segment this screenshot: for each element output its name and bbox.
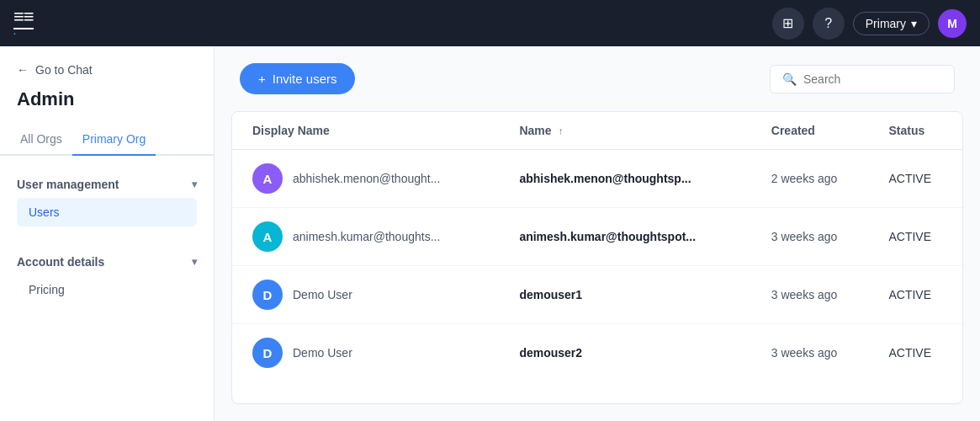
logo-lines: ≡≡ bbox=[13, 8, 34, 29]
user-cell: D Demo User bbox=[252, 338, 489, 368]
search-box: 🔍 bbox=[770, 65, 955, 93]
search-icon: 🔍 bbox=[782, 72, 797, 86]
main-toolbar: + Invite users 🔍 bbox=[215, 46, 980, 111]
col-name[interactable]: Name ↑ bbox=[504, 112, 755, 150]
logo-dot: · bbox=[13, 30, 34, 39]
top-navigation: ≡≡ · ⊞ ? Primary ▾ M bbox=[0, 0, 980, 46]
cell-display-name: A abhishek.menon@thought... bbox=[232, 150, 504, 208]
table-row: D Demo User demouser2 3 weeks ago ACTIVE bbox=[232, 324, 962, 382]
app-layout: ← Go to Chat Admin All Orgs Primary Org … bbox=[0, 46, 980, 421]
cell-status: ACTIVE bbox=[873, 266, 962, 324]
cell-created: 3 weeks ago bbox=[756, 208, 874, 266]
tab-all-orgs[interactable]: All Orgs bbox=[10, 124, 72, 156]
users-table-container: Display Name Name ↑ Created Status bbox=[231, 111, 963, 404]
cell-username: demouser1 bbox=[504, 266, 755, 324]
users-table: Display Name Name ↑ Created Status bbox=[232, 112, 962, 381]
username-text: demouser2 bbox=[519, 346, 582, 360]
user-avatar-1: A bbox=[252, 221, 283, 252]
invite-plus-icon: + bbox=[258, 72, 266, 86]
topnav-right: ⊞ ? Primary ▾ M bbox=[772, 8, 967, 40]
user-management-label: User management bbox=[17, 178, 119, 191]
user-avatar-0: A bbox=[252, 163, 283, 194]
created-text: 2 weeks ago bbox=[771, 172, 838, 185]
sort-ascending-icon: ↑ bbox=[558, 125, 563, 137]
account-details-label: Account details bbox=[17, 255, 104, 269]
cell-username: demouser2 bbox=[504, 324, 755, 382]
main-content: + Invite users 🔍 Display Name Name bbox=[215, 46, 980, 421]
tab-primary-org[interactable]: Primary Org bbox=[72, 124, 156, 156]
grid-icon-button[interactable]: ⊞ bbox=[772, 8, 804, 40]
account-details-section: Account details ▾ Pricing bbox=[0, 233, 214, 311]
go-to-chat-link[interactable]: ← Go to Chat bbox=[0, 46, 214, 85]
app-logo: ≡≡ · bbox=[13, 8, 34, 39]
chevron-down-icon: ▾ bbox=[192, 179, 197, 190]
col-status: Status bbox=[873, 112, 962, 150]
cell-status: ACTIVE bbox=[873, 150, 962, 208]
created-text: 3 weeks ago bbox=[771, 346, 838, 360]
table-header: Display Name Name ↑ Created Status bbox=[232, 112, 962, 150]
cell-display-name: D Demo User bbox=[232, 266, 504, 324]
user-cell: D Demo User bbox=[252, 280, 489, 310]
display-name-text: Demo User bbox=[293, 288, 352, 301]
created-text: 3 weeks ago bbox=[771, 288, 838, 301]
cell-username: animesh.kumar@thoughtspot... bbox=[504, 208, 755, 266]
sidebar-item-pricing[interactable]: Pricing bbox=[17, 275, 197, 304]
col-display-name: Display Name bbox=[232, 112, 504, 150]
account-details-header[interactable]: Account details ▾ bbox=[17, 250, 197, 274]
sidebar-title: Admin bbox=[0, 85, 214, 124]
col-created: Created bbox=[756, 112, 874, 150]
chevron-down-icon: ▾ bbox=[911, 17, 917, 30]
search-input[interactable] bbox=[803, 72, 942, 86]
cell-display-name: D Demo User bbox=[232, 324, 504, 382]
org-label: Primary bbox=[866, 17, 906, 30]
sidebar: ← Go to Chat Admin All Orgs Primary Org … bbox=[0, 46, 215, 421]
created-text: 3 weeks ago bbox=[771, 230, 838, 243]
user-management-header[interactable]: User management ▾ bbox=[17, 173, 197, 196]
grid-icon: ⊞ bbox=[782, 15, 793, 31]
user-cell: A animesh.kumar@thoughts... bbox=[252, 221, 489, 252]
invite-users-button[interactable]: + Invite users bbox=[240, 63, 355, 94]
user-avatar-2: D bbox=[252, 280, 283, 310]
logo-area: ≡≡ · bbox=[13, 8, 34, 39]
cell-display-name: A animesh.kumar@thoughts... bbox=[232, 208, 504, 266]
user-cell: A abhishek.menon@thought... bbox=[252, 163, 489, 194]
org-selector[interactable]: Primary ▾ bbox=[853, 12, 930, 35]
help-icon-button[interactable]: ? bbox=[813, 8, 845, 40]
status-badge: ACTIVE bbox=[888, 346, 931, 360]
username-text: animesh.kumar@thoughtspot... bbox=[519, 230, 696, 243]
chevron-down-icon: ▾ bbox=[192, 256, 197, 268]
cell-username: abhishek.menon@thoughtsp... bbox=[504, 150, 755, 208]
username-text: demouser1 bbox=[519, 288, 582, 301]
cell-created: 3 weeks ago bbox=[756, 324, 874, 382]
cell-status: ACTIVE bbox=[873, 324, 962, 382]
status-badge: ACTIVE bbox=[888, 172, 931, 185]
sidebar-tabs: All Orgs Primary Org bbox=[0, 124, 214, 156]
go-to-chat-label: Go to Chat bbox=[35, 63, 93, 77]
username-text: abhishek.menon@thoughtsp... bbox=[519, 172, 691, 185]
table-row: D Demo User demouser1 3 weeks ago ACTIVE bbox=[232, 266, 962, 324]
cell-created: 3 weeks ago bbox=[756, 266, 874, 324]
user-management-section: User management ▾ Users bbox=[0, 156, 214, 233]
status-badge: ACTIVE bbox=[888, 288, 931, 301]
sidebar-item-users[interactable]: Users bbox=[17, 198, 197, 226]
display-name-text: abhishek.menon@thought... bbox=[293, 172, 440, 185]
user-avatar[interactable]: M bbox=[938, 9, 967, 38]
status-badge: ACTIVE bbox=[888, 230, 931, 243]
back-arrow-icon: ← bbox=[17, 63, 29, 77]
table-row: A abhishek.menon@thought... abhishek.men… bbox=[232, 150, 962, 208]
display-name-text: animesh.kumar@thoughts... bbox=[293, 230, 440, 243]
cell-created: 2 weeks ago bbox=[756, 150, 874, 208]
cell-status: ACTIVE bbox=[873, 208, 962, 266]
user-avatar-3: D bbox=[252, 338, 283, 368]
table-body: A abhishek.menon@thought... abhishek.men… bbox=[232, 150, 962, 382]
invite-label: Invite users bbox=[273, 72, 337, 86]
help-icon: ? bbox=[824, 16, 832, 31]
display-name-text: Demo User bbox=[293, 346, 352, 360]
table-row: A animesh.kumar@thoughts... animesh.kuma… bbox=[232, 208, 962, 266]
